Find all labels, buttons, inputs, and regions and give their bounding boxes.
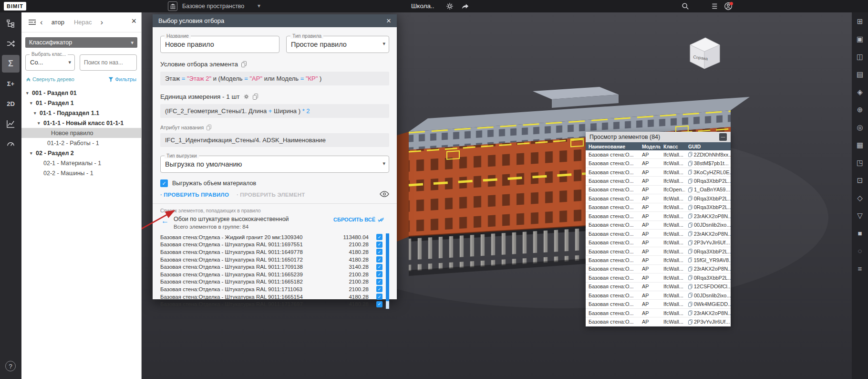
element-table-row[interactable]: Базовая стена:О... АР IfcOpen... 1_OaBnY… bbox=[586, 186, 731, 194]
tree-item[interactable]: ▾ 01-1-1 - Новый класс 01-1-1 bbox=[21, 118, 141, 128]
tabs-next-icon[interactable]: › bbox=[96, 18, 107, 27]
copy-guid-icon[interactable] bbox=[688, 161, 692, 166]
element-table-row[interactable]: Базовая стена:О... АР IfcWall... 23rAKX2… bbox=[586, 212, 731, 221]
copy-guid-icon[interactable] bbox=[688, 169, 692, 175]
element-checkbox[interactable]: ✓ bbox=[376, 249, 382, 255]
tree-item[interactable]: ▾ 01-1 - Подраздел 1.1 bbox=[21, 108, 141, 118]
copy-guid-icon[interactable] bbox=[688, 213, 692, 219]
capture-view-icon[interactable]: ⊞ bbox=[852, 12, 868, 30]
search-icon[interactable] bbox=[681, 2, 690, 11]
element-table-row[interactable]: Базовая стена:О... АР IfcWall... 2P3vYvJ… bbox=[586, 317, 731, 326]
rule-element-row[interactable]: Базовая стена:Отделка - Штукатурка RAL 9… bbox=[160, 300, 382, 308]
copy-guid-icon[interactable] bbox=[688, 240, 692, 245]
rule-element-row[interactable]: Базовая стена:Отделка - Штукатурка RAL 9… bbox=[160, 241, 382, 249]
preview-eye-icon[interactable] bbox=[380, 191, 389, 197]
copy-guid-icon[interactable] bbox=[688, 302, 692, 307]
tree-item[interactable]: 02-2 - Машины - 1 bbox=[21, 168, 141, 178]
copy-guid-icon[interactable] bbox=[688, 266, 692, 272]
check-element-link[interactable]: ПРОВЕРИТЬ ЭЛЕМЕНТ bbox=[237, 192, 305, 198]
workspace-building-icon[interactable] bbox=[168, 1, 177, 11]
element-table-row[interactable]: Базовая стена:О... АР IfcWall... 15fGl_Y… bbox=[586, 256, 731, 264]
select-window-icon[interactable]: ▣ bbox=[852, 30, 868, 48]
copy-icon[interactable] bbox=[241, 61, 247, 67]
copy-guid-icon[interactable] bbox=[688, 205, 692, 210]
copy-icon[interactable] bbox=[253, 94, 258, 100]
unit-gear-icon[interactable] bbox=[243, 94, 249, 100]
classifier-dropdown[interactable]: Классификатор ▾ bbox=[25, 37, 137, 48]
workspace-caret-icon[interactable]: ▾ bbox=[258, 2, 260, 9]
element-table-row[interactable]: Базовая стена:О... АР IfcWall... 3KoCyHZ… bbox=[586, 168, 731, 177]
camera-icon[interactable]: ▽ bbox=[852, 207, 868, 224]
dependencies-icon[interactable] bbox=[2, 35, 20, 53]
copy-guid-icon[interactable] bbox=[688, 284, 692, 289]
col-name[interactable]: Наименование bbox=[586, 144, 639, 149]
rule-element-row[interactable]: Базовая стена:Отделка - Штукатурка RAL 9… bbox=[160, 293, 382, 301]
tree-item[interactable]: 02-1 - Материалы - 1 bbox=[21, 158, 141, 168]
element-table-row[interactable]: Базовая стена:О... АР IfcWall... 0Rqa3Xb… bbox=[586, 274, 731, 282]
tab-unassigned[interactable]: Нерас bbox=[69, 19, 97, 26]
solid-fill-icon[interactable]: ■ bbox=[852, 224, 868, 242]
tab-classifier[interactable]: атор bbox=[47, 19, 69, 26]
copy-guid-icon[interactable] bbox=[688, 231, 692, 236]
menu-list-icon[interactable] bbox=[710, 2, 718, 11]
element-table-row[interactable]: Базовая стена:О... АР IfcWall... 23rAKX2… bbox=[586, 230, 731, 238]
attribute-value[interactable]: IFC_1_Идентификация_Стены/4. ADSK_Наимен… bbox=[160, 133, 389, 147]
rule-element-row[interactable]: Базовая стена:Отделка - Штукатурка RAL 9… bbox=[160, 278, 382, 286]
sigma-plus-icon[interactable]: Σ+ bbox=[2, 75, 20, 93]
copy-guid-icon[interactable] bbox=[688, 310, 692, 316]
unit-formula[interactable]: (IFC_2_Геометрия_Стены/1. Длина + Ширина… bbox=[160, 104, 389, 118]
element-table-row[interactable]: Базовая стена:О... АР IfcWall... 0Rqa3Xb… bbox=[586, 194, 731, 203]
export-type-select[interactable]: Тип выгрузки Выгрузка по умолчанию ▾ bbox=[160, 156, 389, 173]
rule-type-select[interactable]: Тип правила Простое правило ▾ bbox=[286, 36, 389, 53]
grid-icon[interactable]: ▦ bbox=[852, 136, 868, 154]
copy-guid-icon[interactable] bbox=[688, 222, 692, 228]
element-checkbox[interactable]: ✓ bbox=[376, 286, 382, 292]
split-view-icon[interactable]: ◫ bbox=[852, 48, 868, 65]
element-table-row[interactable]: Базовая стена:О... АР IfcWall... 0Rqa3Xb… bbox=[586, 247, 731, 256]
layers-icon[interactable]: ▤ bbox=[852, 65, 868, 83]
share-icon[interactable] bbox=[461, 2, 469, 11]
copy-guid-icon[interactable] bbox=[688, 275, 692, 280]
list-icon[interactable]: ≡ bbox=[852, 260, 868, 277]
element-table-row[interactable]: Базовая стена:О... АР IfcWall... 38stM$7… bbox=[586, 159, 731, 168]
dialog-close-icon[interactable]: × bbox=[386, 16, 391, 26]
element-checkbox[interactable]: ✓ bbox=[376, 256, 382, 263]
rule-element-row[interactable]: Базовая стена:Отделка - Штукатурка RAL 9… bbox=[160, 256, 382, 263]
element-table-row[interactable]: Базовая стена:О... АР IfcWall... 0Rqa3Xb… bbox=[586, 203, 731, 212]
copy-guid-icon[interactable] bbox=[688, 196, 692, 201]
panel-close-icon[interactable]: × bbox=[131, 16, 136, 26]
charts-icon[interactable] bbox=[2, 115, 20, 133]
element-checkbox[interactable]: ✓ bbox=[376, 271, 382, 277]
copy-guid-icon[interactable] bbox=[688, 249, 692, 254]
measure-icon[interactable]: ◇ bbox=[852, 189, 868, 207]
rule-element-row[interactable]: Базовая стена:Отделка - Штукатурка RAL 9… bbox=[160, 271, 382, 278]
minimize-icon[interactable]: — bbox=[719, 133, 727, 141]
sphere-icon[interactable]: ◌ bbox=[852, 242, 868, 260]
classifier-sigma-icon[interactable]: Σ bbox=[2, 55, 20, 73]
element-checkbox[interactable]: ✓ bbox=[376, 234, 382, 240]
tabs-prev-icon[interactable]: ‹ bbox=[36, 18, 47, 27]
materials-icon[interactable]: ◈ bbox=[852, 83, 868, 101]
structure-tree-icon[interactable] bbox=[2, 15, 20, 32]
copy-guid-icon[interactable] bbox=[688, 257, 692, 263]
help-button[interactable]: ? bbox=[5, 361, 16, 371]
element-checkbox[interactable]: ✓ bbox=[376, 279, 382, 285]
workspace-selector[interactable]: Базовое пространство bbox=[182, 3, 244, 10]
tree-item[interactable]: ▾ 001 - Раздел 01 bbox=[21, 88, 141, 98]
orbit-icon[interactable]: ◎ bbox=[852, 118, 868, 136]
tree-search-input[interactable] bbox=[80, 55, 136, 70]
element-table-row[interactable]: Базовая стена:О... АР IfcWall... 0Rqa3Xb… bbox=[586, 177, 731, 185]
scrollbar-thumb[interactable] bbox=[386, 233, 389, 301]
copy-icon[interactable] bbox=[207, 125, 211, 130]
element-table-row[interactable]: Базовая стена:О... АР IfcWall... 0Wk4MGi… bbox=[586, 300, 731, 308]
rule-element-row[interactable]: Базовая стена:Отделка - Штукатурка RAL 9… bbox=[160, 248, 382, 256]
element-checkbox[interactable]: ✓ bbox=[376, 264, 382, 270]
element-table-row[interactable]: Базовая стена:О... АР IfcWall... 00JDsnl… bbox=[586, 221, 731, 230]
copy-guid-icon[interactable] bbox=[688, 152, 692, 157]
view-cube[interactable]: Справа bbox=[685, 33, 723, 72]
viewports-icon[interactable]: ◳ bbox=[852, 154, 868, 171]
section-box-icon[interactable]: ⊡ bbox=[852, 171, 868, 189]
tree-item[interactable]: Новое правило bbox=[21, 128, 141, 138]
col-model[interactable]: Модель bbox=[639, 144, 661, 149]
check-rule-link[interactable]: ПРОВЕРИТЬ ПРАВИЛО bbox=[160, 192, 229, 198]
